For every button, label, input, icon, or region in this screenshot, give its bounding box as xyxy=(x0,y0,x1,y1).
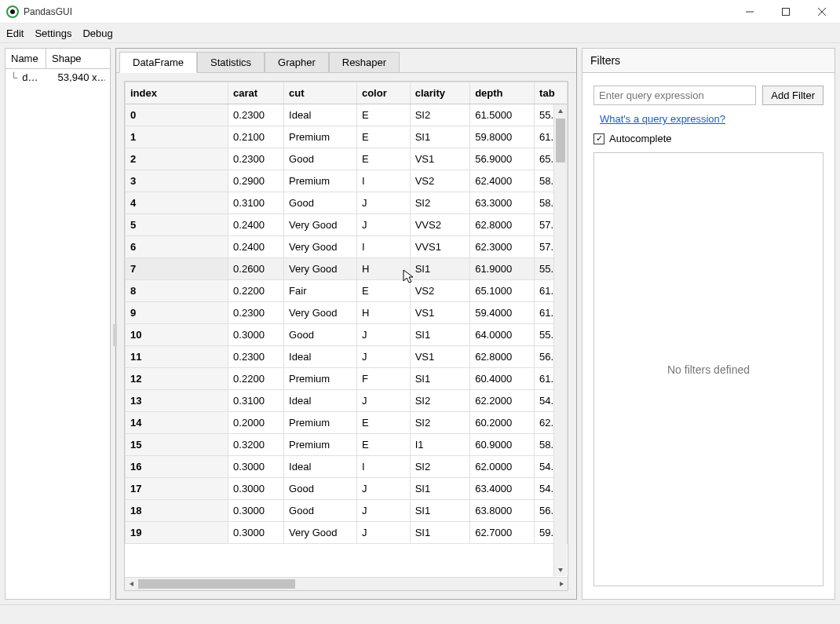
data-cell[interactable]: 0.3100 xyxy=(228,192,284,214)
table-row[interactable]: 10.2100PremiumESI159.800061.0 xyxy=(126,126,568,148)
data-cell[interactable]: I1 xyxy=(410,434,469,456)
row-index-cell[interactable]: 16 xyxy=(126,456,228,478)
splitter-handle[interactable] xyxy=(113,324,117,346)
data-cell[interactable]: Good xyxy=(284,500,357,522)
row-index-cell[interactable]: 5 xyxy=(126,214,228,236)
data-cell[interactable]: Fair xyxy=(284,280,357,302)
data-cell[interactable]: SI1 xyxy=(410,324,469,346)
data-cell[interactable]: Premium xyxy=(284,170,357,192)
scroll-thumb-horizontal[interactable] xyxy=(138,579,295,589)
row-index-cell[interactable]: 19 xyxy=(126,522,228,544)
data-cell[interactable]: 0.2400 xyxy=(228,214,284,236)
table-row[interactable]: 110.2300IdealJVS162.800056.0 xyxy=(126,346,568,368)
data-cell[interactable]: J xyxy=(356,192,410,214)
row-index-cell[interactable]: 4 xyxy=(126,192,228,214)
data-cell[interactable]: E xyxy=(356,280,410,302)
data-cell[interactable]: 0.3000 xyxy=(228,500,284,522)
tree-row[interactable]: └ d… 53,940 x… xyxy=(10,71,105,83)
data-cell[interactable]: E xyxy=(356,126,410,148)
menu-debug[interactable]: Debug xyxy=(82,27,112,39)
data-cell[interactable]: 0.3000 xyxy=(228,522,284,544)
data-cell[interactable]: Ideal xyxy=(284,346,357,368)
data-cell[interactable]: Premium xyxy=(284,434,357,456)
data-cell[interactable]: J xyxy=(356,324,410,346)
data-cell[interactable]: 63.3000 xyxy=(470,192,535,214)
tab-dataframe[interactable]: DataFrame xyxy=(119,52,197,73)
data-cell[interactable]: Premium xyxy=(284,126,357,148)
data-cell[interactable]: 0.2300 xyxy=(228,148,284,170)
row-index-cell[interactable]: 15 xyxy=(126,434,228,456)
data-cell[interactable]: 0.2400 xyxy=(228,236,284,258)
table-row[interactable]: 100.3000GoodJSI164.000055.0 xyxy=(126,324,568,346)
table-row[interactable]: 20.2300GoodEVS156.900065.0 xyxy=(126,148,568,170)
data-cell[interactable]: 0.2300 xyxy=(228,302,284,324)
data-cell[interactable]: E xyxy=(356,434,410,456)
column-header-carat[interactable]: carat xyxy=(228,82,284,104)
menu-edit[interactable]: Edit xyxy=(6,27,24,39)
data-cell[interactable]: 63.4000 xyxy=(470,478,535,500)
table-row[interactable]: 80.2200FairEVS265.100061.0 xyxy=(126,280,568,302)
data-cell[interactable]: Very Good xyxy=(284,214,357,236)
table-row[interactable]: 120.2200PremiumFSI160.400061.0 xyxy=(126,368,568,390)
data-cell[interactable]: SI1 xyxy=(410,522,469,544)
data-cell[interactable]: 61.9000 xyxy=(470,258,535,280)
column-header-tab[interactable]: tab xyxy=(535,82,568,104)
data-cell[interactable]: 0.2200 xyxy=(228,368,284,390)
scroll-thumb-vertical[interactable] xyxy=(556,119,565,162)
data-cell[interactable]: SI1 xyxy=(410,478,469,500)
sidebar-col-name[interactable]: Name xyxy=(5,49,46,68)
data-cell[interactable]: 59.8000 xyxy=(470,126,535,148)
data-cell[interactable]: 62.4000 xyxy=(470,170,535,192)
data-cell[interactable]: VS2 xyxy=(410,280,469,302)
autocomplete-checkbox[interactable] xyxy=(593,133,604,144)
data-cell[interactable]: J xyxy=(356,390,410,412)
row-index-cell[interactable]: 0 xyxy=(126,104,228,126)
data-cell[interactable]: Ideal xyxy=(284,390,357,412)
column-header-depth[interactable]: depth xyxy=(470,82,535,104)
data-cell[interactable]: I xyxy=(356,236,410,258)
data-cell[interactable]: 64.0000 xyxy=(470,324,535,346)
data-cell[interactable]: SI1 xyxy=(410,126,469,148)
data-cell[interactable]: 0.3200 xyxy=(228,434,284,456)
query-help-link[interactable]: What's a query expression? xyxy=(593,113,824,125)
data-cell[interactable]: 61.5000 xyxy=(470,104,535,126)
tab-statistics[interactable]: Statistics xyxy=(197,52,265,72)
data-cell[interactable]: 59.4000 xyxy=(470,302,535,324)
column-header-clarity[interactable]: clarity xyxy=(410,82,469,104)
data-cell[interactable]: VVS1 xyxy=(410,236,469,258)
data-cell[interactable]: 0.2100 xyxy=(228,126,284,148)
sidebar-col-shape[interactable]: Shape xyxy=(46,49,87,68)
data-cell[interactable]: H xyxy=(356,258,410,280)
row-index-cell[interactable]: 10 xyxy=(126,324,228,346)
data-cell[interactable]: J xyxy=(356,214,410,236)
data-cell[interactable]: 62.8000 xyxy=(470,214,535,236)
table-row[interactable]: 00.2300IdealESI261.500055.0 xyxy=(126,104,568,126)
data-cell[interactable]: 0.3000 xyxy=(228,456,284,478)
tab-grapher[interactable]: Grapher xyxy=(265,52,329,72)
data-cell[interactable]: SI2 xyxy=(410,456,469,478)
data-cell[interactable]: F xyxy=(356,368,410,390)
scroll-right-arrow[interactable] xyxy=(554,578,568,590)
table-row[interactable]: 90.2300Very GoodHVS159.400061.0 xyxy=(126,302,568,324)
table-row[interactable]: 130.3100IdealJSI262.200054.0 xyxy=(126,390,568,412)
add-filter-button[interactable]: Add Filter xyxy=(762,86,824,105)
data-cell[interactable]: 62.8000 xyxy=(470,346,535,368)
data-cell[interactable]: Ideal xyxy=(284,104,357,126)
data-cell[interactable]: VS1 xyxy=(410,302,469,324)
data-cell[interactable]: E xyxy=(356,148,410,170)
data-cell[interactable]: Premium xyxy=(284,368,357,390)
row-index-cell[interactable]: 9 xyxy=(126,302,228,324)
data-cell[interactable]: SI2 xyxy=(410,390,469,412)
data-cell[interactable]: 62.7000 xyxy=(470,522,535,544)
data-cell[interactable]: I xyxy=(356,170,410,192)
data-cell[interactable]: SI1 xyxy=(410,258,469,280)
data-cell[interactable]: Ideal xyxy=(284,456,357,478)
close-button[interactable] xyxy=(804,0,840,24)
vertical-scrollbar[interactable] xyxy=(553,104,567,576)
table-row[interactable]: 190.3000Very GoodJSI162.700059.0 xyxy=(126,522,568,544)
data-cell[interactable]: SI1 xyxy=(410,368,469,390)
row-index-cell[interactable]: 8 xyxy=(126,280,228,302)
table-row[interactable]: 40.3100GoodJSI263.300058.0 xyxy=(126,192,568,214)
data-cell[interactable]: Very Good xyxy=(284,522,357,544)
scroll-up-arrow[interactable] xyxy=(554,104,567,118)
